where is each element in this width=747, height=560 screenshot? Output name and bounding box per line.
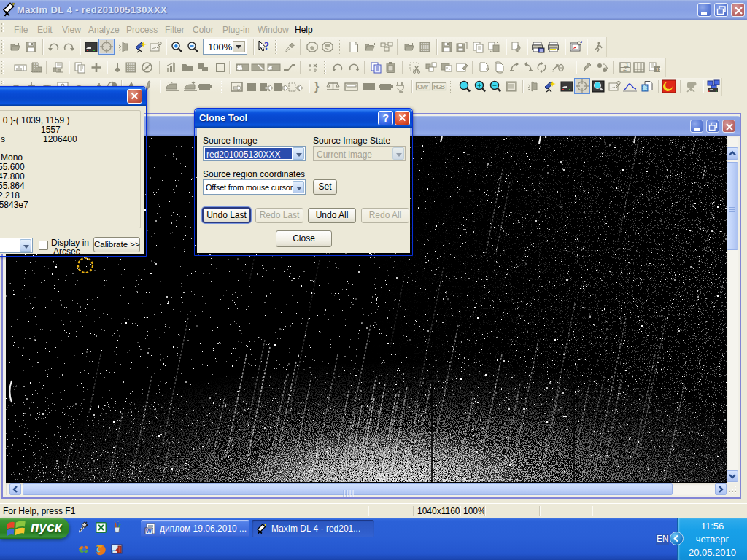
svg-text:?: ? [264, 41, 269, 52]
svg-text:}: } [314, 80, 319, 93]
svg-text:RGB: RGB [433, 83, 446, 90]
svg-text:1: 1 [625, 61, 629, 69]
svg-text:W: W [146, 527, 152, 534]
svg-text:12: 12 [656, 67, 662, 72]
svg-text:CMY: CMY [417, 83, 429, 90]
svg-text:?: ? [383, 112, 390, 124]
